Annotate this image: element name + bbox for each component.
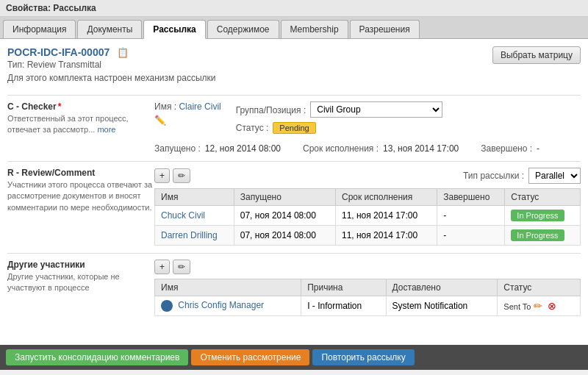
checker-edit-icon[interactable]: ✏️ bbox=[154, 115, 166, 126]
checker-name-link[interactable]: Claire Civil bbox=[179, 101, 220, 112]
checker-title: C - Checker* bbox=[7, 101, 154, 112]
others-col-name: Имя bbox=[155, 279, 301, 296]
col-deadline: Срок исполнения bbox=[335, 188, 437, 205]
review-left: R - Review/Comment Участники этого проце… bbox=[7, 168, 154, 246]
review-edit-button[interactable]: ✏ bbox=[173, 168, 190, 183]
review-content: + ✏ Тип рассылки : Parallel Имя З bbox=[154, 168, 581, 246]
review-row-completed: - bbox=[437, 205, 505, 225]
window-title: Свойства: Рассылка bbox=[0, 0, 588, 17]
others-table: Имя Причина Доставлено Статус Chris Conf… bbox=[154, 279, 581, 316]
others-row-delivered: System Notification bbox=[386, 296, 498, 315]
col-started: Запущено bbox=[234, 188, 335, 205]
review-toolbar-left: + ✏ bbox=[154, 168, 190, 183]
others-content: + ✏ Имя Причина Доставлено Статус bbox=[154, 260, 581, 316]
checker-form: Имя : Claire Civil ✏️ Группа/Позиция : C bbox=[154, 101, 581, 134]
status-label: Статус : bbox=[236, 121, 269, 133]
consolidate-btn[interactable]: Запустить консолидацию комментариев bbox=[6, 349, 188, 365]
others-col-delivered: Доставлено bbox=[386, 279, 498, 296]
review-row-completed: - bbox=[437, 225, 505, 245]
tab-info[interactable]: Информация bbox=[3, 20, 76, 38]
review-name-link[interactable]: Darren Drilling bbox=[161, 230, 218, 240]
group-select[interactable]: Civil Group bbox=[310, 101, 442, 118]
doc-header: Выбрать матрицу POCR-IDC-IFA-00007 📋 Тип… bbox=[7, 46, 581, 89]
checker-section: C - Checker* Ответственный за этот проце… bbox=[7, 101, 581, 154]
review-row-started: 07, ноя 2014 08:00 bbox=[234, 225, 335, 245]
select-matrix-button[interactable]: Выбрать матрицу bbox=[492, 46, 581, 64]
cancel-review-btn[interactable]: Отменить рассмотрение bbox=[191, 349, 309, 365]
checker-header: C - Checker* Ответственный за этот проце… bbox=[7, 101, 581, 136]
in-progress-badge: In Progress bbox=[511, 210, 564, 221]
tab-bar: Информация Документы Рассылка Содержимое… bbox=[0, 17, 588, 39]
review-row-name: Chuck Civil bbox=[155, 205, 234, 225]
review-toolbar: + ✏ Тип рассылки : Parallel bbox=[154, 168, 581, 184]
doc-desc: Для этого комплекта настроен механизм ра… bbox=[7, 73, 581, 83]
distribution-type-select[interactable]: Parallel bbox=[528, 168, 581, 184]
review-table-row: Darren Drilling 07, ноя 2014 08:00 11, н… bbox=[155, 225, 581, 245]
col-status: Статус bbox=[505, 188, 581, 205]
sent-to-badge: Sent To bbox=[503, 302, 531, 311]
checker-dates: Запущено : 12, ноя 2014 08:00 Срок испол… bbox=[154, 143, 581, 154]
others-row-status: Sent To ✏ ⊗ bbox=[498, 296, 581, 315]
checker-completed: Завершено : - bbox=[481, 143, 539, 154]
others-col-reason: Причина bbox=[301, 279, 386, 296]
others-delete-icon[interactable]: ⊗ bbox=[548, 300, 556, 312]
review-table-row: Chuck Civil 07, ноя 2014 08:00 11, ноя 2… bbox=[155, 205, 581, 225]
others-table-body: Chris Config Manager I - Information Sys… bbox=[155, 296, 581, 315]
review-row-status: In Progress bbox=[505, 205, 581, 225]
others-name-link[interactable]: Chris Config Manager bbox=[178, 300, 264, 310]
tab-documents[interactable]: Документы bbox=[77, 20, 142, 38]
review-row-deadline: 11, ноя 2014 17:00 bbox=[335, 205, 437, 225]
review-row-started: 07, ноя 2014 08:00 bbox=[234, 205, 335, 225]
review-section: R - Review/Comment Участники этого проце… bbox=[7, 168, 581, 246]
resend-btn[interactable]: Повторить рассылку bbox=[312, 349, 414, 365]
checker-started: Запущено : 12, ноя 2014 08:00 bbox=[154, 143, 281, 154]
review-table-head: Имя Запущено Срок исполнения Завершено С… bbox=[155, 188, 581, 205]
review-table-body: Chuck Civil 07, ноя 2014 08:00 11, ноя 2… bbox=[155, 205, 581, 245]
others-table-row: Chris Config Manager I - Information Sys… bbox=[155, 296, 581, 315]
others-desc: Другие участники, которые не участвуют в… bbox=[7, 271, 154, 294]
tab-content[interactable]: Содержимое bbox=[207, 20, 279, 38]
others-row-reason: I - Information bbox=[301, 296, 386, 315]
main-content: Выбрать матрицу POCR-IDC-IFA-00007 📋 Тип… bbox=[0, 39, 588, 345]
checker-desc: Ответственный за этот процесс, отвечает … bbox=[7, 113, 154, 136]
others-toolbar-left: + ✏ bbox=[154, 260, 190, 274]
required-star: * bbox=[58, 101, 62, 112]
doc-id: POCR-IDC-IFA-00007 📋 bbox=[7, 46, 492, 58]
in-progress-badge: In Progress bbox=[511, 229, 564, 241]
others-edit-icon[interactable]: ✏ bbox=[534, 300, 542, 312]
review-row-deadline: 11, ноя 2014 17:00 bbox=[335, 225, 437, 245]
others-toolbar: + ✏ bbox=[154, 260, 581, 274]
review-row-status: In Progress bbox=[505, 225, 581, 245]
others-left: Другие участники Другие участники, котор… bbox=[7, 260, 154, 316]
tab-permissions[interactable]: Разрешения bbox=[350, 20, 420, 38]
checker-right: Имя : Claire Civil ✏️ Группа/Позиция : C bbox=[154, 101, 581, 136]
review-add-button[interactable]: + bbox=[154, 168, 170, 183]
checker-left: C - Checker* Ответственный за этот проце… bbox=[7, 101, 154, 136]
others-add-button[interactable]: + bbox=[154, 260, 170, 274]
group-label: Группа/Позиция : bbox=[236, 104, 306, 115]
others-col-status: Статус bbox=[498, 279, 581, 296]
others-table-head: Имя Причина Доставлено Статус bbox=[155, 279, 581, 296]
bottom-toolbar: Запустить консолидацию комментариев Отме… bbox=[0, 345, 588, 370]
review-desc: Участники этого процесса отвечают за рас… bbox=[7, 179, 154, 213]
name-label: Имя : bbox=[154, 100, 176, 112]
review-toolbar-right: Тип рассылки : Parallel bbox=[463, 168, 581, 184]
review-name-link[interactable]: Chuck Civil bbox=[161, 210, 205, 221]
review-layout: R - Review/Comment Участники этого проце… bbox=[7, 168, 581, 246]
clipboard-icon[interactable]: 📋 bbox=[117, 47, 129, 58]
review-table: Имя Запущено Срок исполнения Завершено С… bbox=[154, 188, 581, 246]
col-name: Имя bbox=[155, 188, 234, 205]
tab-membership[interactable]: Membership bbox=[281, 20, 348, 38]
tab-mail[interactable]: Рассылка bbox=[143, 20, 205, 39]
checker-deadline: Срок исполнения : 13, ноя 2014 17:00 bbox=[303, 143, 459, 154]
checker-status-badge: Pending bbox=[273, 122, 315, 134]
checker-name-group: Имя : Claire Civil ✏️ bbox=[154, 101, 221, 126]
others-row-name: Chris Config Manager bbox=[155, 296, 301, 315]
checker-name-value: Claire Civil bbox=[179, 101, 220, 112]
more-link[interactable]: more bbox=[97, 125, 115, 134]
others-edit-button[interactable]: ✏ bbox=[173, 260, 190, 274]
user-icon bbox=[161, 300, 173, 312]
review-row-name: Darren Drilling bbox=[155, 225, 234, 245]
others-layout: Другие участники Другие участники, котор… bbox=[7, 260, 581, 316]
col-completed: Завершено bbox=[437, 188, 505, 205]
